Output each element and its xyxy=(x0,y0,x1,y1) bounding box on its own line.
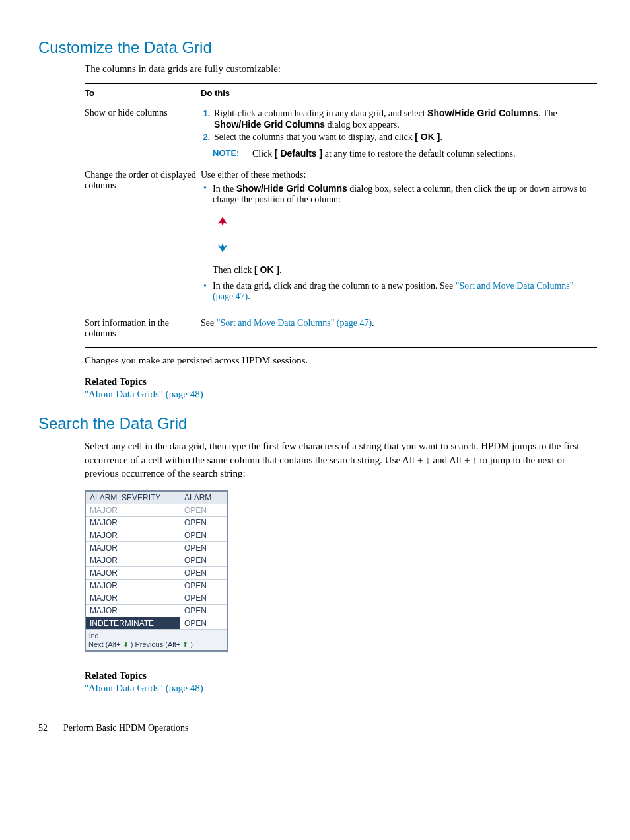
mini-cell-status: OPEN xyxy=(180,580,227,592)
lead-text: Use either of these methods: xyxy=(201,170,593,180)
mini-cell-status: OPEN xyxy=(180,567,227,580)
mini-grid-row: MAJOROPEN xyxy=(86,580,227,592)
step-2: Select the columns that you want to disp… xyxy=(213,132,593,143)
mini-cell-severity: MAJOR xyxy=(86,554,180,567)
mini-grid-row: MAJOROPEN xyxy=(86,517,227,529)
related-topics-heading: Related Topics xyxy=(85,376,597,387)
down-arrow-icon: ⬇ xyxy=(123,640,129,648)
th-do-this: Do this xyxy=(201,83,597,102)
search-body-text: Select any cell in the data grid, then t… xyxy=(85,439,597,480)
mini-cell-severity: MAJOR xyxy=(86,592,180,605)
mini-grid-row: MAJOROPEN xyxy=(86,554,227,567)
table-row: Show or hide columns Right-click a colum… xyxy=(85,102,597,165)
mini-cell-severity: MAJOR xyxy=(86,580,180,592)
mini-cell-severity: MAJOR xyxy=(86,542,180,554)
mini-cell-severity: MAJOR xyxy=(86,567,180,580)
td-to: Sort information in the columns xyxy=(85,313,201,348)
th-to: To xyxy=(85,83,201,102)
down-arrow-icon xyxy=(213,238,232,258)
sort-move-link[interactable]: "Sort and Move Data Columns" (page 47) xyxy=(217,318,372,328)
mini-cell-status: OPEN xyxy=(180,517,227,529)
td-to: Show or hide columns xyxy=(85,102,201,165)
search-example-grid: ALARM_SEVERITY ALARM_ MAJOROPENMAJOROPEN… xyxy=(85,490,228,652)
page-footer: 52Perform Basic HPDM Operations xyxy=(38,723,597,734)
step-1: Right-click a column heading in any data… xyxy=(213,108,593,130)
mini-cell-severity: MAJOR xyxy=(86,529,180,542)
mini-cell-severity: MAJOR xyxy=(86,504,180,517)
intro-text: The columns in data grids are fully cust… xyxy=(85,63,597,75)
up-arrow-icon: ⬆ xyxy=(182,640,188,648)
mini-grid-row: MAJOROPEN xyxy=(86,504,227,517)
related-topics-heading: Related Topics xyxy=(85,670,597,681)
up-arrow-icon xyxy=(213,211,232,231)
after-table-text: Changes you make are persisted across HP… xyxy=(85,354,597,367)
td-to: Change the order of displayed columns xyxy=(85,165,201,313)
mini-cell-status: OPEN xyxy=(180,504,227,517)
mini-cell-severity: INDETERMINATE xyxy=(86,617,180,630)
mini-grid-footer: ind Next (Alt+ ⬇ ) Previous (Alt+ ⬆ ) xyxy=(86,630,227,650)
footer-title: Perform Basic HPDM Operations xyxy=(63,723,188,733)
mini-cell-severity: MAJOR xyxy=(86,517,180,529)
mini-grid-row: MAJOROPEN xyxy=(86,567,227,580)
mini-cell-status: OPEN xyxy=(180,542,227,554)
table-row: Change the order of displayed columns Us… xyxy=(85,165,597,313)
bullet-1: In the Show/Hide Grid Columns dialog box… xyxy=(213,183,593,276)
td-do: See "Sort and Move Data Columns" (page 4… xyxy=(201,313,597,348)
mini-grid-row: MAJOROPEN xyxy=(86,605,227,617)
mini-cell-status: OPEN xyxy=(180,592,227,605)
page-number: 52 xyxy=(38,723,63,734)
mini-cell-severity: MAJOR xyxy=(86,605,180,617)
mini-grid-row: INDETERMINATEOPEN xyxy=(86,617,227,630)
mini-th-alarm: ALARM_ xyxy=(180,492,227,504)
then-click: Then click [ OK ]. xyxy=(213,264,593,276)
section-heading-customize: Customize the Data Grid xyxy=(38,38,597,57)
related-topics-link[interactable]: "About Data Grids" (page 48) xyxy=(85,683,597,694)
td-do: Right-click a column heading in any data… xyxy=(201,102,597,165)
mini-cell-status: OPEN xyxy=(180,605,227,617)
search-typed-text: ind xyxy=(88,632,225,640)
mini-grid-row: MAJOROPEN xyxy=(86,529,227,542)
mini-grid-row: MAJOROPEN xyxy=(86,592,227,605)
section-heading-search: Search the Data Grid xyxy=(38,414,597,433)
table-row: Sort information in the columns See "Sor… xyxy=(85,313,597,348)
note-label: NOTE: xyxy=(213,148,252,158)
mini-th-severity: ALARM_SEVERITY xyxy=(86,492,180,504)
mini-cell-status: OPEN xyxy=(180,554,227,567)
customize-table: To Do this Show or hide columns Right-cl… xyxy=(85,83,597,348)
td-do: Use either of these methods: In the Show… xyxy=(201,165,597,313)
mini-cell-status: OPEN xyxy=(180,617,227,630)
search-nav-hint: Next (Alt+ ⬇ ) Previous (Alt+ ⬆ ) xyxy=(88,640,193,648)
related-topics-link[interactable]: "About Data Grids" (page 48) xyxy=(85,389,597,400)
mini-cell-status: OPEN xyxy=(180,529,227,542)
mini-grid-row: MAJOROPEN xyxy=(86,542,227,554)
bullet-2: In the data grid, click and drag the col… xyxy=(213,281,593,302)
note: NOTE:Click [ Defaults ] at any time to r… xyxy=(201,148,593,159)
